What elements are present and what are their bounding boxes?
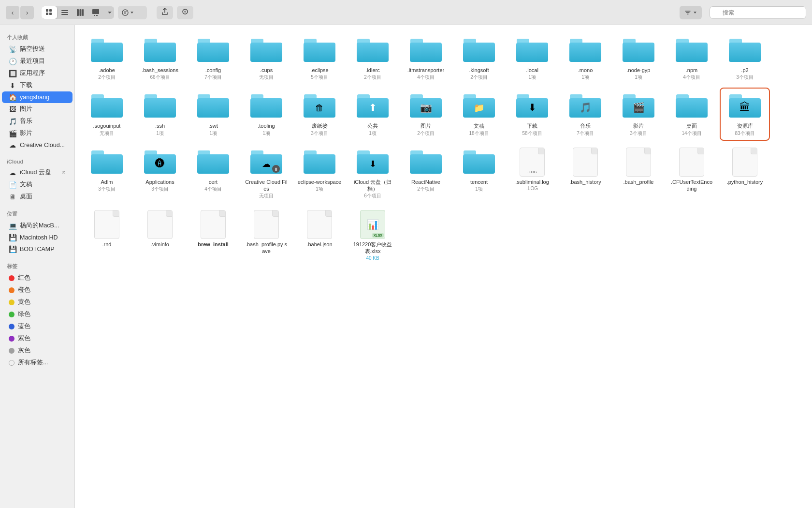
file-label: .subliminal.log xyxy=(515,179,549,185)
sidebar-item-bootcamp[interactable]: 💾 BOOTCAMP xyxy=(2,243,72,255)
file-item[interactable]: .bash_profile xyxy=(614,145,663,203)
sidebar-item-movies[interactable]: 🎬 影片 xyxy=(2,127,72,139)
tag-dot-green xyxy=(9,312,14,317)
view-icon-button[interactable] xyxy=(42,6,57,19)
sort-dropdown-icon xyxy=(684,9,691,16)
file-item[interactable]: 🏛资源库83个项目 xyxy=(721,89,769,139)
sidebar-personal-title: 个人收藏 xyxy=(0,32,74,43)
sidebar-item-tag-all_tags[interactable]: 所有标签... xyxy=(2,357,72,369)
sidebar-item-documents[interactable]: 📄 文稿 xyxy=(2,179,72,191)
file-item[interactable]: .LOG.subliminal.log.LOG xyxy=(508,145,556,203)
file-item[interactable]: .rnd xyxy=(83,207,131,264)
file-item[interactable]: .p23个项目 xyxy=(721,33,769,84)
file-item[interactable]: 🎵音乐7个项目 xyxy=(561,89,609,139)
file-item[interactable]: .python_history xyxy=(721,145,769,203)
sidebar-item-tag-gray[interactable]: 灰色 xyxy=(2,344,72,357)
sidebar-item-recents[interactable]: 🕐 最近项目 xyxy=(2,55,72,67)
file-item[interactable]: 🅐Applications3个项目 xyxy=(136,145,184,203)
view-column-button[interactable] xyxy=(72,6,88,19)
sidebar-item-downloads[interactable]: ⬇ 下载 xyxy=(2,79,72,91)
file-item[interactable]: .npm4个项目 xyxy=(667,33,716,84)
file-item[interactable]: .swt1项 xyxy=(189,89,237,139)
sidebar-item-tag-green[interactable]: 绿色 xyxy=(2,308,72,320)
forward-button[interactable]: › xyxy=(20,6,34,19)
file-item[interactable]: .bash_history xyxy=(561,145,609,203)
file-item[interactable]: .node-gyp1项 xyxy=(614,33,663,84)
sidebar-icloud-title: iCloud xyxy=(0,157,74,166)
back-button[interactable]: ‹ xyxy=(6,6,19,19)
tag-dot-all xyxy=(9,360,14,366)
file-label: .mono xyxy=(578,67,593,74)
file-item[interactable]: tencent1项 xyxy=(455,145,503,203)
sidebar-tags-title: 标签 xyxy=(0,261,74,272)
sidebar-item-tag-blue[interactable]: 蓝色 xyxy=(2,320,72,332)
sidebar-item-icloud-drive[interactable]: ☁ iCloud 云盘 ⏱ xyxy=(2,166,72,179)
file-item[interactable]: .viminfo xyxy=(136,207,184,264)
svg-rect-10 xyxy=(92,9,99,14)
share-button[interactable] xyxy=(157,6,173,19)
file-label: .cups xyxy=(260,67,273,74)
file-item[interactable]: ReactNative2个项目 xyxy=(402,145,450,203)
file-item[interactable]: ⬆公共1项 xyxy=(348,89,397,139)
file-item[interactable]: .bash_profile.py save xyxy=(242,207,290,264)
file-item[interactable]: 🗑废纸篓3个项目 xyxy=(295,89,344,139)
file-item[interactable]: .idlerc2个项目 xyxy=(348,33,397,84)
file-sublabel: 3个项目 xyxy=(151,186,169,193)
sidebar-item-tag-orange[interactable]: 橙色 xyxy=(2,284,72,296)
file-item[interactable]: .local1项 xyxy=(508,33,556,84)
file-item[interactable]: 🎬影片3个项目 xyxy=(614,89,663,139)
tag-button[interactable] xyxy=(177,6,193,19)
sidebar-item-music[interactable]: 🎵 音乐 xyxy=(2,115,72,127)
file-item[interactable]: eclipse-workspace1项 xyxy=(295,145,344,203)
tag-dot-yellow xyxy=(9,299,14,305)
sidebar-item-mac[interactable]: 💻 杨尚的MacB... xyxy=(2,220,72,232)
sidebar-item-airdrop[interactable]: 📡 隔空投送 xyxy=(2,43,72,55)
file-item[interactable]: .babel.json xyxy=(295,207,344,264)
file-item[interactable]: ☁⏸Creative Cloud Files无项目 xyxy=(242,145,290,203)
file-item[interactable]: .adobe2个项目 xyxy=(83,33,131,84)
sidebar-item-macintosh[interactable]: 💾 Macintosh HD xyxy=(2,232,72,243)
svg-rect-32 xyxy=(410,43,442,62)
sidebar-item-tag-red[interactable]: 红色 xyxy=(2,272,72,284)
file-sublabel: 6个项目 xyxy=(364,193,381,199)
svg-rect-11 xyxy=(94,15,95,16)
tag-label: 绿色 xyxy=(18,310,30,318)
file-item[interactable]: .bash_sessions66个项目 xyxy=(136,33,184,84)
file-item[interactable]: Adlm3个项目 xyxy=(83,145,131,203)
svg-rect-99 xyxy=(463,154,495,174)
file-item[interactable]: .cups无项目 xyxy=(242,33,290,84)
sidebar-item-yangshang[interactable]: 🏠 yangshang xyxy=(2,91,72,103)
view-more-button[interactable] xyxy=(103,6,114,19)
view-list-button[interactable] xyxy=(57,6,72,19)
view-gallery-button[interactable] xyxy=(88,6,103,19)
sort-settings-button[interactable] xyxy=(118,6,147,19)
sidebar-item-tag-purple[interactable]: 紫色 xyxy=(2,332,72,344)
sidebar-item-creative-cloud[interactable]: ☁ Creative Cloud... xyxy=(2,139,72,151)
sidebar-item-apps[interactable]: 🔲 应用程序 xyxy=(2,67,72,79)
file-item[interactable]: .mono1项 xyxy=(561,33,609,84)
file-sublabel: 1项 xyxy=(369,130,377,137)
file-item[interactable]: .tooling1项 xyxy=(242,89,290,139)
file-item[interactable]: ⬇下载58个项目 xyxy=(508,89,556,139)
file-item[interactable]: ⬇iCloud 云盘（归档）6个项目 xyxy=(348,145,397,203)
file-item[interactable]: 📁文稿18个项目 xyxy=(455,89,503,139)
file-item[interactable]: 📷图片2个项目 xyxy=(402,89,450,139)
file-item[interactable]: .itmstransporter4个项目 xyxy=(402,33,450,84)
file-item[interactable]: 📊XLSX191220客户收益表.xlsx40 KB xyxy=(348,207,397,264)
sidebar-item-photos[interactable]: 🖼 图片 xyxy=(2,103,72,115)
file-item[interactable]: brew_install xyxy=(189,207,237,264)
sidebar-item-tag-yellow[interactable]: 黄色 xyxy=(2,296,72,308)
file-item[interactable]: .config7个项目 xyxy=(189,33,237,84)
file-item[interactable]: 桌面14个项目 xyxy=(667,89,716,139)
sidebar-item-desktop[interactable]: 🖥 桌面 xyxy=(2,191,72,203)
file-item[interactable]: .CFUserTextEncoding xyxy=(667,145,716,203)
file-item[interactable]: .kingsoft2个项目 xyxy=(455,33,503,84)
search-input[interactable] xyxy=(710,6,806,19)
file-item[interactable]: cert4个项目 xyxy=(189,145,237,203)
file-item[interactable]: .ssh1项 xyxy=(136,89,184,139)
file-item[interactable]: .eclipse5个项目 xyxy=(295,33,344,84)
sidebar-label: Macintosh HD xyxy=(20,234,58,241)
folder-icon-wrapper xyxy=(197,91,230,120)
file-item[interactable]: .sogouinput无项目 xyxy=(83,89,131,139)
svg-rect-4 xyxy=(61,10,68,11)
